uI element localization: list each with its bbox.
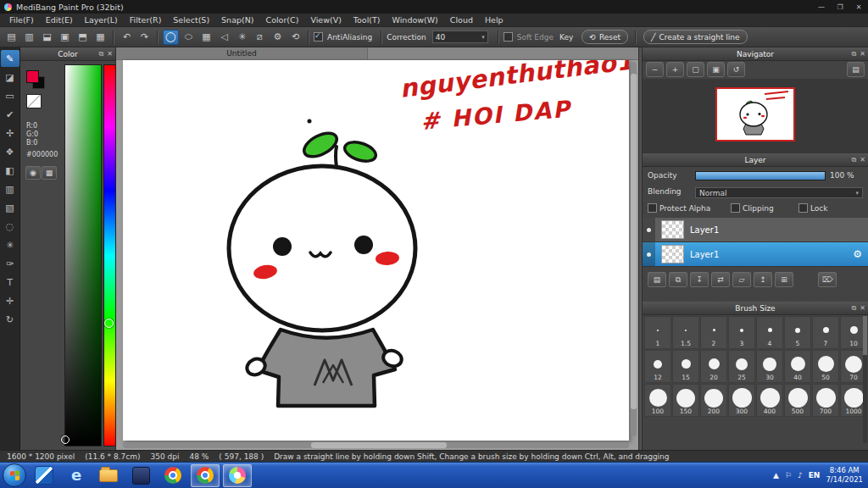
float-panel-icon[interactable]: ⧉ [852, 304, 857, 313]
comment-icon[interactable]: ▣ [57, 30, 73, 45]
rotate-view-tool[interactable]: ↻ [1, 311, 19, 328]
float-panel-icon[interactable]: ⧉ [852, 156, 857, 164]
brush-size-cell[interactable]: 15 [672, 350, 699, 383]
layer-row[interactable]: Layer1 [643, 218, 868, 242]
reset-rotation-icon[interactable]: ↺ [727, 62, 745, 77]
layer-visibility-toggle[interactable] [643, 242, 655, 266]
delete-layer-icon[interactable]: ⌦ [818, 272, 837, 287]
zoom-in-icon[interactable]: + [666, 62, 684, 77]
create-straight-line-button[interactable]: ╱ Create a straight line [643, 30, 748, 44]
eraser-tool[interactable]: ◪ [1, 69, 19, 86]
transfer-icon[interactable]: ⇄ [711, 272, 730, 287]
snap-off-icon[interactable]: ◁ [216, 30, 232, 45]
brush-size-cell[interactable]: 300 [728, 384, 755, 417]
reset-button[interactable]: ⟲ Reset [581, 30, 628, 44]
magic-wand-tool[interactable]: ✳ [1, 236, 19, 253]
menu-filter[interactable]: Filter(R) [124, 14, 168, 27]
combine-icon[interactable]: ⊞ [775, 272, 793, 287]
correction-dropdown[interactable]: 40 ▾ [432, 30, 488, 43]
brush-size-cell[interactable]: 20 [700, 350, 727, 383]
hand-tool[interactable]: ❖ [1, 143, 19, 160]
panel-layout-icon[interactable]: ▦ [92, 30, 108, 45]
language-indicator[interactable]: EN [809, 471, 821, 480]
undo-icon[interactable]: ↶ [119, 30, 135, 45]
brush-size-cell[interactable]: 7 [812, 316, 839, 349]
menu-layer[interactable]: Layer(L) [79, 14, 124, 27]
fit-to-screen-icon[interactable]: ▢ [687, 62, 704, 77]
soft-edge-checkbox[interactable] [504, 32, 513, 42]
float-panel-icon[interactable]: ⧉ [99, 50, 104, 58]
protect-alpha-option[interactable]: Protect Alpha [648, 203, 710, 213]
taskbar-app-chrome-running[interactable] [191, 464, 220, 487]
brush-size-cell[interactable]: 400 [756, 384, 783, 417]
duplicate-layer-icon[interactable]: ⧉ [669, 272, 687, 287]
move-tool[interactable]: ✢ [1, 125, 19, 141]
antialiasing-checkbox[interactable] [314, 32, 323, 42]
menu-window[interactable]: Window(W) [387, 14, 444, 27]
brush-scroll-thumb[interactable] [863, 316, 867, 355]
lasso-tool[interactable]: ◌ [1, 218, 19, 235]
navigator-thumbnail[interactable] [715, 87, 795, 141]
fill-tool[interactable]: ◧ [1, 162, 19, 179]
brush-size-cell[interactable]: 100 [644, 384, 671, 417]
move-up-icon[interactable]: ↥ [754, 272, 772, 287]
canvas-vertical-scrollbar[interactable] [631, 62, 637, 436]
brush-size-cell[interactable]: 500 [784, 384, 811, 417]
menu-edit[interactable]: Edit(E) [40, 14, 79, 27]
clipping-option[interactable]: Clipping [731, 203, 774, 213]
horizontal-scroll-thumb[interactable] [311, 442, 447, 448]
hue-marker[interactable] [104, 319, 114, 328]
stamp-tool[interactable]: ✔ [1, 106, 19, 123]
action-center-icon[interactable]: ⚐ [785, 471, 792, 480]
lock-checkbox[interactable] [798, 203, 808, 213]
blending-dropdown[interactable]: Normal ▾ [695, 187, 863, 198]
taskbar-clock[interactable]: 8:46 AM 7/14/2021 [826, 466, 863, 485]
layer-settings-gear-icon[interactable]: ⚙ [853, 248, 862, 260]
show-hidden-icons[interactable]: ▲ [773, 471, 779, 480]
float-panel-icon[interactable]: ⧉ [852, 50, 857, 58]
save-file-icon[interactable]: ⬓ [39, 30, 55, 45]
brush-size-cell[interactable]: 40 [784, 350, 811, 383]
canvas-page[interactable]: nguyenthuthao12? # HOI DAP [123, 60, 629, 441]
brush-size-cell[interactable]: 700 [812, 384, 839, 417]
brush-size-cell[interactable]: 50 [812, 350, 839, 383]
close-panel-icon[interactable]: ✕ [860, 50, 865, 58]
export-icon[interactable]: ⬒ [75, 30, 91, 45]
brush-tool[interactable]: ✎ [1, 50, 19, 67]
menu-file[interactable]: File(F) [3, 14, 40, 27]
transparent-color-swatch[interactable] [26, 94, 42, 108]
brush-size-cell[interactable]: 150 [672, 384, 699, 417]
menu-select[interactable]: Select(S) [167, 14, 215, 27]
grid-snap-icon[interactable]: ▦ [198, 30, 214, 45]
new-folder-icon[interactable]: ▱ [732, 272, 751, 287]
layer-row-selected[interactable]: Layer1 ⚙ [643, 242, 868, 267]
actual-size-icon[interactable]: ▣ [707, 62, 725, 77]
maximize-button[interactable]: ❐ [831, 0, 849, 14]
document-tab[interactable]: Untitled [116, 47, 368, 59]
text-tool[interactable]: T [1, 274, 19, 291]
new-canvas-icon[interactable]: ▤ [3, 30, 19, 45]
menu-cloud[interactable]: Cloud [444, 14, 479, 27]
taskbar-app-explorer[interactable] [94, 464, 123, 487]
eyedropper-tool[interactable]: ✛ [1, 292, 19, 309]
brush-panel-scrollbar[interactable] [863, 316, 867, 443]
volume-icon[interactable]: ♪ [798, 471, 803, 480]
brush-size-cell[interactable]: 30 [756, 350, 783, 383]
brush-size-cell[interactable]: 200 [700, 384, 727, 417]
snap-reset-icon[interactable]: ⟲ [287, 30, 303, 45]
opacity-slider[interactable] [695, 171, 826, 180]
swatch-grid-icon[interactable]: ▦ [42, 166, 57, 180]
brush-size-cell[interactable]: 1.5 [672, 316, 699, 349]
brush-size-cell[interactable]: 25 [728, 350, 755, 383]
close-panel-icon[interactable]: ✕ [860, 304, 865, 312]
ellipse-mode-icon[interactable]: ⬭ [181, 30, 197, 45]
thumbnail-options-icon[interactable]: ▤ [847, 62, 865, 77]
saturation-value-box[interactable] [64, 64, 102, 446]
gradient-tool[interactable]: ▥ [1, 180, 19, 197]
taskbar-app-chrome[interactable] [159, 464, 187, 487]
menu-view[interactable]: View(V) [304, 14, 347, 27]
foreground-color-swatch[interactable] [26, 70, 39, 83]
zoom-out-icon[interactable]: − [646, 62, 664, 77]
open-file-icon[interactable]: ▥ [21, 30, 37, 45]
merge-down-icon[interactable]: ↧ [690, 272, 709, 287]
